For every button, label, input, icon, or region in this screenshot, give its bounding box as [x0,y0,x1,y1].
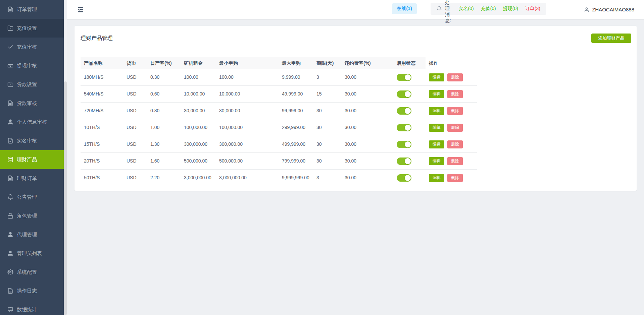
cell-currency: USD [123,136,147,152]
table-row: 540MH/SUSD0.6010,000.0010,000.0049,999.0… [81,86,477,103]
pending-messages: 待处理消息: 实名(0)充值(0)提现(0)订单(3) [431,3,546,15]
cell-penalty-rate: 30.00 [341,69,393,85]
cell-actions: 编辑删除 [426,86,477,102]
table-row: 15TH/SUSD1.30300,000.00300,000.00499,999… [81,136,477,153]
cell-min-purchase: 3,000,000.00 [216,170,279,186]
enable-toggle[interactable] [397,158,411,165]
sidebar-item[interactable]: 理财订单 [0,169,64,188]
cell-min-purchase: 100,000.00 [216,119,279,136]
sidebar-scrollbar[interactable] [64,0,67,315]
cell-name: 540MH/S [81,86,123,102]
enable-toggle[interactable] [397,174,411,182]
sidebar-item[interactable]: 公告管理 [0,188,64,206]
table-row: 720MH/SUSD0.8030,000.0030,000.0099,999.0… [81,103,477,119]
collapse-menu-icon[interactable] [77,6,85,14]
table-row: 10TH/SUSD1.00100,000.00100,000.00299,999… [81,119,477,136]
user-menu[interactable]: ZHAOCAIMAO888 [584,0,634,19]
sidebar-item[interactable]: 角色管理 [0,206,64,225]
sidebar-item-label: 代理管理 [17,232,37,238]
user-icon [7,232,13,238]
enable-toggle[interactable] [397,124,411,131]
cell-actions: 编辑删除 [426,136,477,152]
sidebar-item-label: 数据统计 [17,307,37,313]
edit-button[interactable]: 编辑 [429,157,444,165]
column-header: 启用状态 [393,57,426,69]
delete-button[interactable]: 删除 [447,140,463,148]
delete-button[interactable]: 删除 [447,174,463,182]
sidebar-item[interactable]: 管理员列表 [0,244,64,263]
message-link[interactable]: 订单(3) [525,6,540,12]
database-icon [7,156,13,163]
sidebar-item-label: 管理员列表 [17,250,42,257]
edit-button[interactable]: 编辑 [429,140,444,148]
sidebar-item[interactable]: 实名审核 [0,131,64,150]
delete-button[interactable]: 删除 [447,73,463,81]
column-header: 日产率(%) [147,57,181,69]
delete-button[interactable]: 删除 [447,157,463,165]
delete-button[interactable]: 删除 [447,107,463,115]
cell-actions: 编辑删除 [426,69,477,85]
cell-min-purchase: 100.00 [216,69,279,85]
cell-rent: 100.00 [181,69,216,85]
sidebar-item[interactable]: 提现审核 [0,56,64,75]
sidebar-item-label: 实名审核 [17,138,37,144]
sidebar-item-label: 充值审核 [17,44,37,50]
delete-button[interactable]: 删除 [447,124,463,132]
cell-name: 15TH/S [81,136,123,152]
sidebar-item[interactable]: 操作日志 [0,281,64,300]
cell-rent: 100,000.00 [181,119,216,136]
cell-max-purchase: 499,999.00 [279,136,313,152]
sidebar-item[interactable]: 数据统计 [0,300,64,315]
cell-max-purchase: 9,999,999.00 [279,170,313,186]
sidebar-item[interactable]: 个人信息审核 [0,113,64,131]
cell-enabled-status [393,170,426,186]
cell-daily-rate: 1.00 [147,119,181,136]
sidebar-item-label: 充值设置 [17,25,37,32]
enable-toggle[interactable] [397,74,411,81]
cell-min-purchase: 30,000.00 [216,103,279,119]
message-links: 实名(0)充值(0)提现(0)订单(3) [459,6,541,12]
sidebar-item[interactable]: 贷款设置 [0,75,64,94]
enable-toggle[interactable] [397,90,411,98]
pending-messages-label: 待处理消息: [445,0,453,24]
sidebar-scrollbar-thumb[interactable] [64,81,67,315]
edit-button[interactable]: 编辑 [429,90,444,98]
enable-toggle[interactable] [397,107,411,115]
column-header: 违约费率(%) [341,57,393,69]
sidebar-item-label: 公告管理 [17,194,37,200]
edit-button[interactable]: 编辑 [429,174,444,182]
sidebar-item[interactable]: 理财产品 [0,150,64,169]
add-product-button[interactable]: 添加理财产品 [591,34,631,43]
cell-daily-rate: 1.30 [147,136,181,152]
file-check-icon [7,138,13,144]
column-header: 货币 [123,57,147,69]
online-badge[interactable]: 在线(1) [392,3,417,14]
edit-button[interactable]: 编辑 [429,73,444,81]
sidebar-item[interactable]: 充值审核 [0,38,64,56]
edit-button[interactable]: 编辑 [429,107,444,115]
message-link[interactable]: 提现(0) [503,6,518,12]
sidebar-item-label: 理财订单 [17,175,37,182]
message-link[interactable]: 充值(0) [481,6,496,12]
column-header: 最小申购 [216,57,279,69]
file-text-icon [7,175,13,181]
delete-button[interactable]: 删除 [447,90,463,98]
sidebar-item[interactable]: 贷款审核 [0,94,64,113]
cell-penalty-rate: 30.00 [341,153,393,169]
sidebar-item[interactable]: 订单管理 [0,0,64,19]
sidebar-item[interactable]: 充值设置 [0,19,64,38]
message-link[interactable]: 实名(0) [459,6,474,12]
cell-daily-rate: 0.80 [147,103,181,119]
enable-toggle[interactable] [397,141,411,148]
sidebar-item[interactable]: 代理管理 [0,225,64,244]
cell-rent: 3,000,000.00 [181,170,216,186]
main-content: 理财产品管理 添加理财产品 产品名称货币日产率(%)矿机租金最小申购最大申购期限… [67,19,644,315]
table-row: 50TH/SUSD2.203,000,000.003,000,000.009,9… [81,170,477,186]
products-card: 理财产品管理 添加理财产品 产品名称货币日产率(%)矿机租金最小申购最大申购期限… [75,26,637,191]
edit-button[interactable]: 编辑 [429,124,444,132]
banknote-icon [7,63,13,69]
cell-rent: 10,000.00 [181,86,216,102]
sidebar-item[interactable]: 系统配置 [0,263,64,281]
page-title: 理财产品管理 [81,35,113,42]
top-header: 在线(1) 待处理消息: 实名(0)充值(0)提现(0)订单(3) ZHAOCA… [67,0,644,19]
